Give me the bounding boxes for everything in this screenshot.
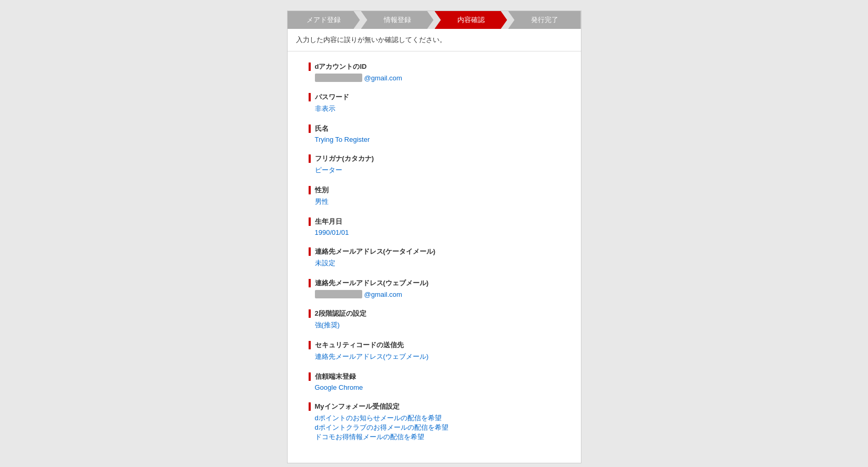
field-label-furigana: フリガナ(カタカナ) bbox=[309, 154, 560, 163]
field-label-birthdate: 生年月日 bbox=[309, 217, 560, 226]
page-wrapper: メアド登録情報登録内容確認発行完了 入力した内容に誤りが無いか確認してください。… bbox=[0, 0, 868, 467]
content-area: メアド登録情報登録内容確認発行完了 入力した内容に誤りが無いか確認してください。… bbox=[287, 11, 581, 463]
field-label-web-email: 連絡先メールアドレス(ウェブメール) bbox=[309, 278, 560, 288]
field-block-d-account-id: dアカウントのID@gmail.com bbox=[309, 62, 560, 82]
field-label-password: パスワード bbox=[309, 92, 560, 102]
field-value-two-factor: 強(推奨) bbox=[309, 320, 560, 330]
field-label-full-name: 氏名 bbox=[309, 124, 560, 133]
gmail-suffix-web-email: @gmail.com bbox=[364, 290, 402, 298]
field-value-my-info-mail-0: dポイントのお知らせメールの配信を希望 bbox=[309, 413, 560, 423]
field-block-furigana: フリガナ(カタカナ)ピーター bbox=[309, 154, 560, 175]
step-step3: 内容確認 bbox=[435, 11, 507, 29]
field-value-full-name: Trying To Register bbox=[309, 136, 560, 143]
field-block-full-name: 氏名Trying To Register bbox=[309, 124, 560, 143]
field-label-two-factor: 2段階認証の設定 bbox=[309, 309, 560, 318]
field-block-security-code-dest: セキュリティコードの送信先連絡先メールアドレス(ウェブメール) bbox=[309, 340, 560, 361]
field-label-gender: 性別 bbox=[309, 185, 560, 195]
form-content: dアカウントのID@gmail.comパスワード非表示氏名Trying To R… bbox=[288, 51, 581, 463]
field-label-my-info-mail: Myインフォメール受信設定 bbox=[309, 402, 560, 411]
gmail-suffix-d-account-id: @gmail.com bbox=[364, 74, 402, 82]
steps-bar: メアド登録情報登録内容確認発行完了 bbox=[288, 11, 581, 29]
field-label-security-code-dest: セキュリティコードの送信先 bbox=[309, 340, 560, 350]
redacted-content-d-account-id bbox=[315, 74, 362, 82]
field-block-gender: 性別男性 bbox=[309, 185, 560, 206]
field-value-birthdate: 1990/01/01 bbox=[309, 229, 560, 236]
field-label-mobile-email: 連絡先メールアドレス(ケータイメール) bbox=[309, 247, 560, 256]
field-value-my-info-mail-1: dポイントクラブのお得メールの配信を希望 bbox=[309, 423, 560, 432]
redacted-content-web-email bbox=[315, 290, 362, 298]
field-block-trusted-device: 信頼端末登録Google Chrome bbox=[309, 372, 560, 391]
field-value-trusted-device: Google Chrome bbox=[309, 383, 560, 391]
field-value-furigana: ピーター bbox=[309, 165, 560, 175]
field-block-mobile-email: 連絡先メールアドレス(ケータイメール)未設定 bbox=[309, 247, 560, 268]
field-block-web-email: 連絡先メールアドレス(ウェブメール)@gmail.com bbox=[309, 278, 560, 298]
step-step4: 発行完了 bbox=[508, 11, 581, 29]
field-block-two-factor: 2段階認証の設定強(推奨) bbox=[309, 309, 560, 330]
field-value-my-info-mail-2: ドコモお得情報メールの配信を希望 bbox=[309, 432, 560, 442]
step-step1: メアド登録 bbox=[288, 11, 360, 29]
field-label-trusted-device: 信頼端末登録 bbox=[309, 372, 560, 381]
field-value-web-email: @gmail.com bbox=[309, 290, 560, 298]
field-block-my-info-mail: Myインフォメール受信設定dポイントのお知らせメールの配信を希望dポイントクラブ… bbox=[309, 402, 560, 442]
field-block-password: パスワード非表示 bbox=[309, 92, 560, 113]
field-value-mobile-email: 未設定 bbox=[309, 258, 560, 268]
field-block-birthdate: 生年月日1990/01/01 bbox=[309, 217, 560, 236]
field-value-d-account-id: @gmail.com bbox=[309, 74, 560, 82]
step-step2: 情報登録 bbox=[361, 11, 434, 29]
field-value-gender: 男性 bbox=[309, 197, 560, 206]
field-value-security-code-dest: 連絡先メールアドレス(ウェブメール) bbox=[309, 352, 560, 361]
instruction-text: 入力した内容に誤りが無いか確認してください。 bbox=[288, 29, 581, 51]
field-label-d-account-id: dアカウントのID bbox=[309, 62, 560, 71]
field-value-password: 非表示 bbox=[309, 104, 560, 113]
